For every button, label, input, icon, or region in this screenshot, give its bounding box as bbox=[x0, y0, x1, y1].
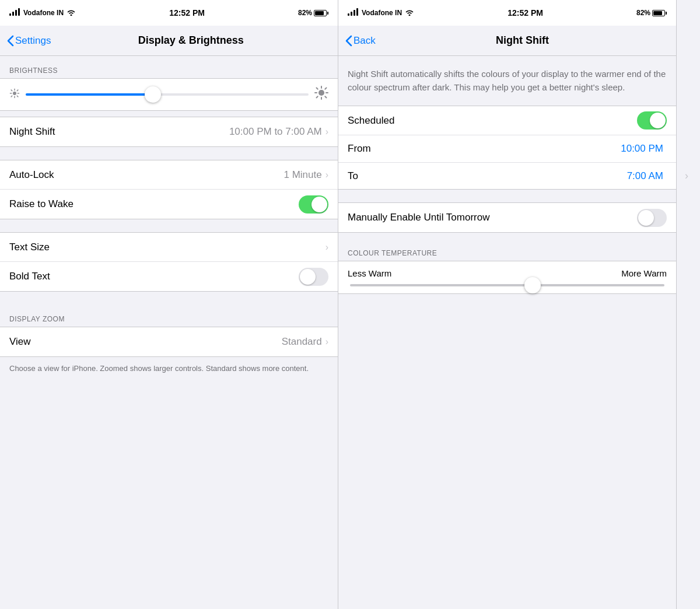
signal-icon bbox=[9, 8, 22, 18]
scheduled-toggle[interactable] bbox=[637, 111, 667, 130]
brightness-track[interactable] bbox=[26, 93, 309, 96]
status-bar-right: Vodafone IN 12:52 PM 82% bbox=[338, 0, 676, 26]
carrier-right: Vodafone IN bbox=[362, 9, 402, 17]
svg-line-8 bbox=[11, 96, 12, 97]
svg-line-7 bbox=[17, 90, 18, 91]
left-panel: Vodafone IN 12:52 PM 82% Settings Displa… bbox=[0, 0, 338, 609]
auto-lock-cell[interactable]: Auto-Lock 1 Minute › bbox=[0, 160, 338, 190]
view-chevron: › bbox=[326, 337, 328, 347]
svg-line-14 bbox=[317, 88, 318, 89]
raise-to-wake-toggle[interactable] bbox=[299, 195, 328, 214]
from-to-cell[interactable]: From 10:00 PM To 7:00 AM › bbox=[338, 135, 676, 189]
battery-pct-right: 82% bbox=[636, 9, 650, 17]
more-warm-label: More Warm bbox=[621, 268, 667, 278]
brightness-header: BRIGHTNESS bbox=[0, 56, 338, 78]
bold-text-cell: Bold Text bbox=[0, 262, 338, 291]
to-value: 7:00 AM bbox=[627, 170, 663, 182]
from-value: 10:00 PM bbox=[621, 143, 663, 155]
svg-point-9 bbox=[318, 90, 324, 96]
scheduled-group: Scheduled From 10:00 PM To 7:00 AM › bbox=[338, 106, 676, 190]
time-left: 12:52 PM bbox=[169, 8, 205, 18]
battery-icon-left bbox=[314, 10, 328, 16]
colour-temp-section: Less Warm More Warm bbox=[338, 261, 676, 294]
auto-lock-group: Auto-Lock 1 Minute › Raise to Wake bbox=[0, 160, 338, 219]
view-group: View Standard › bbox=[0, 327, 338, 357]
scheduled-label: Scheduled bbox=[348, 115, 637, 127]
back-button-right[interactable]: Back bbox=[345, 35, 376, 47]
manually-enable-toggle[interactable] bbox=[637, 209, 667, 227]
colour-temp-track[interactable] bbox=[350, 284, 664, 286]
view-label: View bbox=[9, 336, 282, 348]
back-label-left: Settings bbox=[15, 35, 51, 47]
text-size-cell[interactable]: Text Size › bbox=[0, 233, 338, 262]
manually-enable-label: Manually Enable Until Tomorrow bbox=[348, 212, 637, 223]
colour-temp-thumb bbox=[524, 277, 541, 293]
signal-icon-right bbox=[348, 8, 360, 18]
auto-lock-chevron: › bbox=[326, 170, 328, 180]
svg-line-5 bbox=[11, 90, 12, 91]
battery-pct-left: 82% bbox=[298, 9, 312, 17]
svg-point-0 bbox=[13, 92, 16, 95]
manually-enable-cell: Manually Enable Until Tomorrow bbox=[338, 203, 676, 232]
to-label: To bbox=[348, 170, 627, 182]
text-size-chevron: › bbox=[326, 242, 328, 253]
text-group: Text Size › Bold Text bbox=[0, 232, 338, 292]
view-cell[interactable]: View Standard › bbox=[0, 327, 338, 356]
less-warm-label: Less Warm bbox=[348, 268, 391, 278]
view-description: Choose a view for iPhone. Zoomed shows l… bbox=[0, 357, 338, 383]
bold-text-toggle[interactable] bbox=[299, 268, 328, 286]
time-right: 12:52 PM bbox=[508, 8, 543, 18]
right-panel: Vodafone IN 12:52 PM 82% Back Night Shif… bbox=[338, 0, 677, 609]
status-bar-left: Vodafone IN 12:52 PM 82% bbox=[0, 0, 338, 26]
brightness-slider-section bbox=[0, 78, 338, 111]
night-shift-description: Night Shift automatically shifts the col… bbox=[338, 56, 676, 106]
nav-bar-right: Back Night Shift bbox=[338, 26, 676, 56]
battery-icon-right bbox=[652, 10, 667, 16]
svg-line-6 bbox=[17, 96, 18, 97]
text-size-label: Text Size bbox=[9, 242, 326, 253]
auto-lock-label: Auto-Lock bbox=[9, 169, 284, 181]
svg-line-16 bbox=[325, 88, 326, 89]
view-value: Standard bbox=[282, 336, 322, 348]
display-zoom-header: DISPLAY ZOOM bbox=[0, 304, 338, 327]
sun-large-icon bbox=[314, 86, 328, 103]
auto-lock-value: 1 Minute bbox=[284, 169, 321, 181]
page-title-right: Night Shift bbox=[411, 34, 634, 47]
nav-bar-left: Settings Display & Brightness bbox=[0, 26, 338, 56]
manually-enable-thumb bbox=[638, 210, 654, 226]
raise-to-wake-thumb bbox=[312, 197, 327, 212]
scheduled-thumb bbox=[650, 113, 666, 128]
colour-temp-header: COLOUR TEMPERATURE bbox=[338, 239, 676, 261]
night-shift-cell[interactable]: Night Shift 10:00 PM to 7:00 AM › bbox=[0, 117, 338, 146]
wifi-icon-left bbox=[66, 9, 76, 18]
carrier-left: Vodafone IN bbox=[23, 9, 64, 17]
from-label: From bbox=[348, 143, 621, 155]
back-button-left[interactable]: Settings bbox=[7, 35, 51, 47]
page-title-left: Display & Brightness bbox=[86, 34, 296, 47]
night-shift-label: Night Shift bbox=[9, 126, 229, 138]
svg-line-15 bbox=[325, 96, 326, 97]
wifi-icon-right bbox=[405, 9, 414, 18]
raise-to-wake-cell: Raise to Wake bbox=[0, 190, 338, 219]
raise-to-wake-label: Raise to Wake bbox=[9, 198, 299, 210]
night-shift-value: 10:00 PM to 7:00 AM bbox=[229, 126, 322, 138]
colour-temp-labels: Less Warm More Warm bbox=[348, 268, 667, 278]
night-shift-group: Night Shift 10:00 PM to 7:00 AM › bbox=[0, 117, 338, 147]
sun-small-icon bbox=[9, 88, 20, 101]
night-shift-chevron: › bbox=[326, 127, 328, 137]
manually-enable-group: Manually Enable Until Tomorrow bbox=[338, 202, 676, 233]
back-label-right: Back bbox=[354, 35, 376, 47]
bold-text-label: Bold Text bbox=[9, 271, 299, 282]
bold-text-thumb bbox=[300, 269, 316, 285]
svg-line-17 bbox=[317, 96, 318, 97]
scheduled-cell: Scheduled bbox=[338, 106, 676, 135]
